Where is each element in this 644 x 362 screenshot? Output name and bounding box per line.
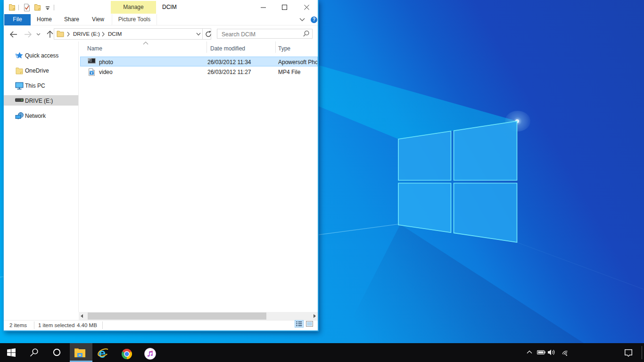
svg-text:e: e [99,346,106,360]
